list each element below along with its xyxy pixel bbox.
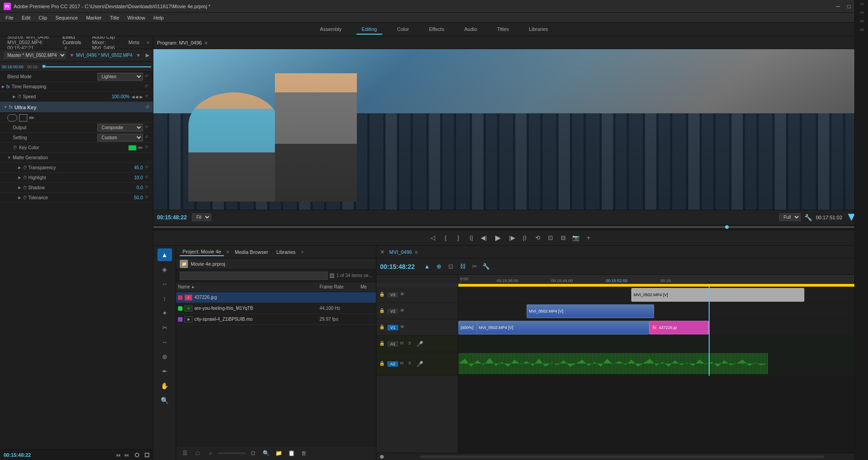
output-dropdown[interactable]: Composite xyxy=(97,124,143,131)
highlight-reset-icon[interactable]: ↺ xyxy=(145,175,151,181)
setting-dropdown[interactable]: Custom xyxy=(97,134,143,142)
project-panel-overflow-icon[interactable]: » xyxy=(301,249,304,254)
workspace-tab-editing[interactable]: Editing xyxy=(356,25,383,35)
monitor-settings-icon[interactable]: 🔧 xyxy=(804,214,812,221)
track-select-tool-button[interactable]: ◈ xyxy=(157,263,172,276)
monitor-quality-select[interactable]: Full xyxy=(779,213,801,221)
ultra-key-rect-icon[interactable] xyxy=(19,114,27,121)
v3-lock-icon[interactable]: 🔒 xyxy=(379,292,386,298)
timeline-close-icon[interactable]: ✕ xyxy=(380,249,386,255)
project-item-437226[interactable]: J 437226.jpg xyxy=(176,292,376,303)
project-search-input[interactable] xyxy=(180,272,328,280)
tolerance-expand-icon[interactable]: ▶ xyxy=(18,196,21,200)
ultra-key-expand-icon[interactable]: ▼ xyxy=(4,105,7,109)
timeline-left-circle[interactable] xyxy=(380,455,384,459)
ec-expand-icon[interactable]: ▶ xyxy=(146,52,149,58)
project-tab[interactable]: Project: Movie 4e xyxy=(180,248,224,256)
matte-expand-icon[interactable]: ▼ xyxy=(7,156,11,160)
play-button[interactable]: ▶ xyxy=(492,232,504,244)
project-item-audio[interactable]: ≋ are-you-feeling-this_M1YqTB 44,100 Hz xyxy=(176,303,376,314)
timeline-scroll-track[interactable] xyxy=(420,455,824,458)
timeline-timecode[interactable]: 00:15:48:22 xyxy=(380,263,415,270)
blend-mode-dropdown[interactable]: Lighten xyxy=(97,73,143,81)
program-monitor-menu-icon[interactable]: ≡ xyxy=(204,40,207,45)
slide-tool-button[interactable]: ⊕ xyxy=(157,350,172,363)
zoom-slider[interactable] xyxy=(218,452,245,454)
shadow-expand-icon[interactable]: ▶ xyxy=(18,186,21,190)
highlight-expand-icon[interactable]: ▶ xyxy=(18,176,21,180)
a2-name-btn[interactable]: A2 xyxy=(387,361,398,367)
speed-next-key-icon[interactable]: ▶ xyxy=(140,95,143,99)
minimize-button[interactable]: ─ xyxy=(833,2,843,11)
speed-reset-icon[interactable]: ↺ xyxy=(145,94,151,100)
v1-lock-icon[interactable]: 🔒 xyxy=(379,324,386,331)
timeline-selection-tool-btn[interactable]: ▲ xyxy=(422,262,432,272)
a1-solo-icon[interactable]: S xyxy=(408,341,415,347)
shadow-value[interactable]: 0.0 xyxy=(116,185,143,190)
time-remapping-expand-icon[interactable]: ▶ xyxy=(2,85,5,89)
list-view-button[interactable]: ☰ xyxy=(180,448,190,458)
zoom-tool-button[interactable]: 🔍 xyxy=(157,394,172,407)
blend-mode-reset-icon[interactable]: ↺ xyxy=(145,74,151,80)
monitor-fit-select[interactable]: Fit xyxy=(192,213,211,221)
clip-v2-mvi0502[interactable]: MVI_0502.MP4 [V] xyxy=(527,304,654,318)
audio-waveform-a2[interactable] xyxy=(458,353,768,374)
pen-tool-button[interactable]: ✒ xyxy=(157,365,172,378)
v2-name-btn[interactable]: V2 xyxy=(387,308,398,314)
v2-visibility-icon[interactable]: 👁 xyxy=(400,308,406,314)
insert-button[interactable]: ⊡ xyxy=(545,233,555,243)
icon-view-button[interactable]: □ xyxy=(193,448,203,458)
name-sort-icon[interactable]: ▲ xyxy=(191,285,195,289)
mark-clip-button[interactable]: } xyxy=(453,233,463,243)
menu-clip[interactable]: Clip xyxy=(35,14,51,21)
libraries-tab[interactable]: Libraries xyxy=(274,248,298,256)
a2-record-icon[interactable]: 🎤 xyxy=(416,361,423,367)
panel-overflow-icon[interactable]: » xyxy=(147,40,149,45)
hand-tool-button[interactable]: ✋ xyxy=(157,379,172,392)
mark-in-button[interactable]: ◁ xyxy=(428,233,438,243)
timeline-menu-icon[interactable]: ≡ xyxy=(415,249,417,255)
menu-window[interactable]: Window xyxy=(124,14,149,21)
workspace-tab-effects[interactable]: Effects xyxy=(423,25,449,35)
v1-visibility-icon[interactable]: 👁 xyxy=(400,324,406,331)
monitor-scrubber[interactable] xyxy=(153,224,868,230)
ultra-key-eyedropper-icon[interactable]: ✏ xyxy=(29,114,35,121)
workspace-tab-titles[interactable]: Titles xyxy=(492,25,514,35)
a1-lock-icon[interactable]: 🔒 xyxy=(379,341,386,347)
menu-help[interactable]: Help xyxy=(150,14,168,21)
export-frame-button[interactable]: 📷 xyxy=(571,233,581,243)
roll-edit-tool-button[interactable]: ↕ xyxy=(157,292,172,305)
workspace-tab-audio[interactable]: Audio xyxy=(459,25,482,35)
v2-lock-icon[interactable]: 🔒 xyxy=(379,308,386,314)
ec-transport-forward-icon[interactable]: ⏭ xyxy=(124,452,129,458)
menu-title[interactable]: Title xyxy=(106,14,122,21)
time-remapping-reset-icon[interactable]: ↺ xyxy=(145,84,151,90)
project-thumbnail-view-icon[interactable]: 🖼 xyxy=(330,273,335,278)
find-button[interactable]: 🔍 xyxy=(261,448,271,458)
overwrite-button[interactable]: ⊟ xyxy=(558,233,568,243)
maximize-button[interactable]: □ xyxy=(844,2,853,11)
a2-sync-icon[interactable]: M xyxy=(400,361,406,367)
timeline-ripple-btn[interactable]: ⊕ xyxy=(434,262,444,272)
automate-button[interactable]: ⊡ xyxy=(248,448,258,458)
v3-visibility-icon[interactable]: 👁 xyxy=(400,292,406,298)
workspace-tab-color[interactable]: Color xyxy=(391,25,414,35)
project-item-city[interactable]: ▶ city-sprawl-4_Z1iBP5UIB.mo 29.97 fps xyxy=(176,314,376,325)
step-back-button[interactable]: ◀| xyxy=(479,233,489,243)
key-color-eyedropper-icon[interactable]: ✏ xyxy=(138,145,143,151)
rate-stretch-tool-button[interactable]: ✦ xyxy=(157,307,172,319)
transparency-reset-icon[interactable]: ↺ xyxy=(145,165,151,171)
transparency-value[interactable]: 45.0 xyxy=(116,165,143,170)
clip-v1-mvi0502[interactable]: MVI_0502.MP4 [V] xyxy=(477,321,650,334)
add-marker-button[interactable]: + xyxy=(584,233,594,243)
speed-add-key-icon[interactable]: ◆ xyxy=(136,95,139,99)
output-reset-icon[interactable]: ↺ xyxy=(145,125,151,131)
step-forward-button[interactable]: |▶ xyxy=(507,233,517,243)
a1-name-btn[interactable]: A1 xyxy=(387,341,398,347)
a2-lock-icon[interactable]: 🔒 xyxy=(379,361,386,367)
timeline-sequence-tab[interactable]: MVI_0496 xyxy=(389,249,412,255)
menu-file[interactable]: File xyxy=(2,14,17,21)
project-panel-menu-icon[interactable]: ≡ xyxy=(227,249,229,254)
new-bin-button[interactable]: 📁 xyxy=(274,448,284,458)
workspace-tab-assembly[interactable]: Assembly xyxy=(315,25,347,35)
